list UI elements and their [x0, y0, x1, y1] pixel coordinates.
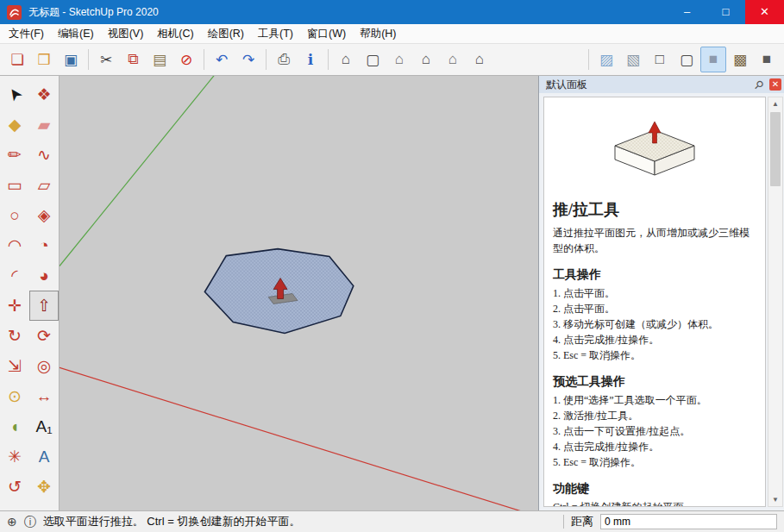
close-button[interactable]: ✕: [745, 0, 784, 24]
style-back-edges-button[interactable]: ▧: [620, 47, 646, 72]
pan-tool[interactable]: ✥: [29, 472, 59, 502]
arc-tool[interactable]: ◠: [0, 230, 29, 260]
menu-camera[interactable]: 相机(C): [150, 25, 200, 43]
protractor-tool[interactable]: ◖: [0, 411, 29, 441]
scale-tool[interactable]: ⇲: [0, 351, 29, 381]
status-message: 选取平面进行推拉。 Ctrl = 切换创建新的开始平面。: [43, 514, 556, 529]
copy-button[interactable]: ⧉: [120, 47, 146, 72]
cut-button[interactable]: ✂: [93, 47, 119, 72]
menu-window[interactable]: 窗口(W): [300, 25, 353, 43]
menu-file[interactable]: 文件(F): [2, 25, 51, 43]
canvas-graphics: [60, 76, 538, 510]
toolbar-separator: [266, 49, 267, 70]
style-textured-button[interactable]: ▩: [727, 47, 753, 72]
style-shaded-button[interactable]: ■: [700, 47, 726, 72]
move-tool[interactable]: ✛: [0, 291, 29, 321]
rotate-tool[interactable]: ↻: [0, 321, 29, 351]
view-left-button[interactable]: ⌂: [467, 47, 492, 72]
scroll-up-icon[interactable]: ▲: [768, 97, 782, 110]
undo-button[interactable]: ↶: [209, 47, 235, 72]
axes-tool[interactable]: ✳: [0, 441, 29, 472]
toolbar-group-views: ⌂▢⌂⌂⌂⌂: [333, 47, 492, 72]
instructor-step: 2. 点击平面。: [553, 301, 756, 316]
help-icon[interactable]: ⓘ: [24, 516, 36, 528]
menu-tools[interactable]: 工具(T): [251, 25, 300, 43]
tape-measure-tool[interactable]: ⊙: [0, 381, 29, 411]
window-title: 无标题 - SketchUp Pro 2020: [28, 5, 668, 20]
new-button[interactable]: ❏: [4, 47, 30, 72]
pie-tool[interactable]: ◕: [29, 260, 59, 291]
style-hidden-line-button[interactable]: ▢: [674, 47, 699, 72]
instructor-step: 5. Esc = 取消操作。: [553, 454, 756, 470]
model-info-button[interactable]: ℹ: [298, 47, 323, 72]
view-top-button[interactable]: ▢: [360, 47, 386, 72]
polygon-tool[interactable]: ◈: [29, 200, 59, 230]
menu-edit[interactable]: 编辑(E): [51, 25, 101, 43]
save-button[interactable]: ▣: [58, 47, 84, 72]
dimension-tool[interactable]: ↔: [29, 381, 59, 411]
zoom-tool[interactable]: ◉: [0, 502, 29, 510]
rectangle-tool[interactable]: ▭: [0, 170, 29, 200]
instructor-illustration: [553, 97, 756, 192]
instructor-heading: 推/拉工具: [553, 199, 756, 220]
freehand-tool[interactable]: ∿: [29, 140, 59, 170]
style-wireframe-button[interactable]: □: [647, 47, 673, 72]
redo-button[interactable]: ↷: [235, 47, 261, 72]
zoom-extents-tool[interactable]: ▣: [29, 502, 59, 510]
style-monochrome-button[interactable]: ■: [754, 47, 780, 72]
push-pull-tool[interactable]: ⇧: [29, 291, 59, 321]
minimize-button[interactable]: –: [668, 0, 706, 24]
toolbar-separator: [88, 49, 89, 70]
print-button[interactable]: ⎙: [271, 47, 297, 72]
offset-tool[interactable]: ◎: [29, 351, 59, 381]
instructor-step: 4. 点击完成推/拉操作。: [553, 439, 756, 454]
panel-close-icon[interactable]: ✕: [769, 78, 781, 91]
instructor-section-list: 1. 点击平面。2. 点击平面。3. 移动光标可创建（或减少）体积。4. 点击完…: [553, 285, 756, 363]
scroll-down-icon[interactable]: ▼: [768, 493, 782, 506]
paste-button[interactable]: ▤: [147, 47, 172, 72]
rotated-rectangle-tool[interactable]: ▱: [29, 170, 59, 200]
menu-view[interactable]: 视图(V): [101, 25, 151, 43]
red-axis: [60, 367, 538, 510]
default-panel-header[interactable]: 默认面板 ⚲ ✕: [539, 76, 784, 93]
main-toolbar: ❏❒▣ ✂⧉▤⊘ ↶↷ ⎙ℹ ⌂▢⌂⌂⌂⌂ ▨▧□▢■▩■: [0, 44, 784, 76]
line-tool[interactable]: ✏: [0, 140, 29, 170]
paint-bucket-tool[interactable]: ◆: [0, 110, 29, 140]
instructor-description: 通过推拉平面图元，从而增加或减少三维模型的体积。: [553, 225, 756, 256]
orbit-tool[interactable]: ↺: [0, 472, 29, 502]
follow-me-tool[interactable]: ⟳: [29, 321, 59, 351]
menu-help[interactable]: 帮助(H): [353, 25, 403, 43]
measurement-input[interactable]: [600, 514, 777, 529]
default-panel: 默认面板 ⚲ ✕: [538, 76, 784, 510]
instructor-step: 3. 点击一下可设置推/拉起点。: [553, 423, 756, 439]
two-point-arc-tool[interactable]: ◔: [29, 230, 59, 260]
maximize-button[interactable]: □: [706, 0, 745, 24]
3d-text-tool[interactable]: A: [29, 441, 59, 472]
scrollbar-thumb[interactable]: [770, 112, 781, 186]
make-component-tool[interactable]: ❖: [29, 79, 59, 110]
push-pull-illustration: [603, 116, 706, 184]
drawing-canvas[interactable]: [60, 76, 538, 510]
instructor-panel: 推/拉工具 通过推拉平面图元，从而增加或减少三维模型的体积。 工具操作 1. 点…: [543, 97, 766, 507]
text-tool[interactable]: A₁: [29, 411, 59, 441]
style-xray-button[interactable]: ▨: [593, 47, 619, 72]
menu-draw[interactable]: 绘图(R): [201, 25, 251, 43]
measurement-label: 距离: [571, 514, 593, 529]
toolbar-group-face-styles: ▨▧□▢■▩■: [593, 47, 780, 72]
view-back-button[interactable]: ⌂: [440, 47, 466, 72]
panel-scrollbar[interactable]: ▲ ▼: [768, 97, 783, 507]
view-right-button[interactable]: ⌂: [413, 47, 439, 72]
instructor-section-heading: 预选工具操作: [553, 374, 756, 390]
scrollbar-track[interactable]: [768, 110, 782, 493]
circle-tool[interactable]: ○: [0, 200, 29, 230]
geolocation-icon[interactable]: ⊕: [7, 516, 17, 528]
pin-icon[interactable]: ⚲: [750, 75, 768, 94]
eraser-tool[interactable]: ▰: [29, 110, 59, 140]
instructor-step: 5. Esc = 取消操作。: [553, 347, 756, 363]
erase-button[interactable]: ⊘: [173, 47, 199, 72]
view-iso-button[interactable]: ⌂: [333, 47, 359, 72]
three-point-arc-tool[interactable]: ◜: [0, 260, 29, 291]
status-icons: ⊕ⓘ: [7, 516, 36, 528]
open-button[interactable]: ❒: [31, 47, 57, 72]
view-front-button[interactable]: ⌂: [386, 47, 412, 72]
